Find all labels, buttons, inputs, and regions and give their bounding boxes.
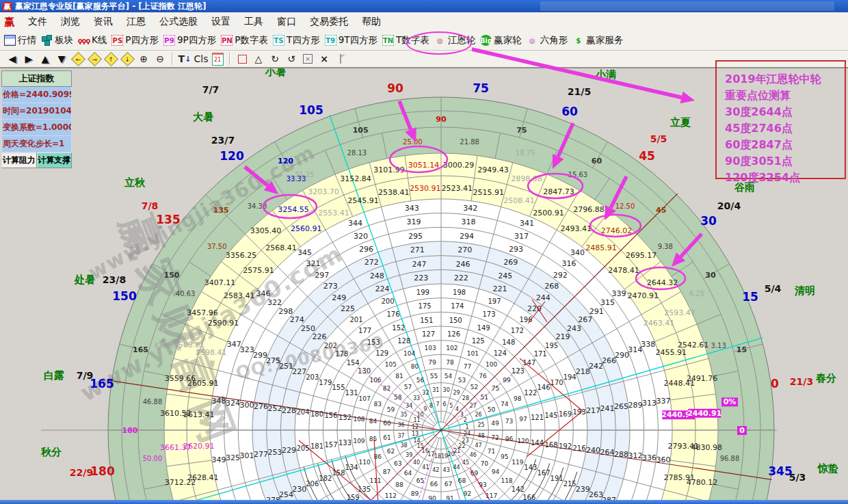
nav-valley-icon[interactable]: ▼ [53, 52, 70, 66]
toolbar-button-9p-square[interactable]: P99P四方形 [163, 34, 216, 47]
svg-text:大暑: 大暑 [193, 111, 213, 123]
svg-text:69: 69 [471, 470, 479, 477]
menu-item-公式选股[interactable]: 公式选股 [153, 14, 204, 30]
toolbar-button-t-square[interactable]: TST四方形 [273, 34, 320, 47]
calc-support-button[interactable]: 计算支撑 [37, 152, 72, 168]
svg-text:165: 165 [90, 377, 114, 390]
svg-text:240: 240 [586, 446, 600, 455]
svg-text:153: 153 [367, 339, 380, 346]
pin-icon[interactable] [332, 52, 349, 66]
toolbar-button-quotes[interactable]: 行情 [4, 34, 36, 47]
svg-text:347: 347 [227, 340, 241, 349]
panel-row-0: 价格=2440.9099 [1, 87, 72, 103]
cross-arrows-icon[interactable]: × [316, 52, 332, 66]
menu-item-浏览[interactable]: 浏览 [54, 14, 87, 30]
toolbar-button-t-table[interactable]: TNT数字表 [382, 34, 429, 47]
svg-text:195: 195 [545, 342, 558, 349]
svg-text:3203.70: 3203.70 [308, 187, 339, 196]
t-range-icon[interactable]: T↓ [176, 52, 193, 66]
calc-resistance-button[interactable]: 计算阻力 [1, 152, 37, 168]
svg-text:276: 276 [254, 402, 268, 411]
menu-item-江恩[interactable]: 江恩 [120, 14, 153, 30]
svg-text:89: 89 [411, 490, 419, 497]
svg-text:122: 122 [524, 389, 537, 397]
menu-item-工具[interactable]: 工具 [237, 14, 270, 30]
svg-text:105: 105 [385, 361, 397, 368]
svg-text:18: 18 [434, 453, 441, 460]
toolbar-button-sectors[interactable]: 板块 [41, 34, 73, 47]
svg-text:119: 119 [512, 459, 523, 466]
diamond-right-icon[interactable]: → [86, 52, 103, 66]
svg-text:81: 81 [395, 373, 403, 380]
svg-text:72: 72 [491, 434, 499, 441]
nav-back-icon[interactable]: ◀ [4, 52, 21, 66]
rect-tool-icon[interactable] [234, 52, 250, 66]
svg-text:3305.40: 3305.40 [250, 226, 282, 235]
zoom-in-icon[interactable]: ⊕ [135, 52, 152, 66]
separator [229, 53, 230, 65]
cls-icon[interactable]: Cls [193, 52, 209, 66]
menu-item-设置[interactable]: 设置 [204, 14, 237, 30]
toolbar-button-9t-square[interactable]: T99T四方形 [325, 34, 377, 47]
toolbar-button-kline[interactable]: ϙϙϙK线 [78, 34, 107, 47]
toolbar-button-hexagon[interactable]: ◎六角形 [527, 34, 568, 47]
svg-text:128: 128 [397, 337, 410, 345]
svg-text:323: 323 [240, 345, 254, 354]
diamond-down-icon[interactable]: ↓ [119, 52, 135, 66]
toolbar-button-service[interactable]: $赢家服务 [572, 34, 623, 47]
svg-text:3661.37: 3661.37 [160, 443, 191, 452]
nav-peak-icon[interactable]: ▲ [37, 52, 53, 66]
rotate-ccw-icon[interactable]: ↺ [283, 52, 300, 66]
svg-text:小暑: 小暑 [265, 68, 286, 78]
svg-text:300: 300 [240, 401, 254, 410]
svg-text:35: 35 [400, 412, 407, 418]
svg-text:135: 135 [213, 206, 229, 215]
svg-text:313: 313 [642, 399, 657, 408]
svg-text:2515.91: 2515.91 [473, 188, 505, 197]
menu-item-文件[interactable]: 文件 [21, 14, 54, 30]
svg-text:43: 43 [443, 467, 450, 473]
svg-text:2560.91: 2560.91 [291, 224, 322, 233]
toolbar-label-kline: K线 [92, 34, 107, 47]
boxed-x-icon[interactable]: × [300, 52, 316, 66]
svg-text:76: 76 [479, 373, 487, 380]
menu-item-窗口[interactable]: 窗口 [270, 14, 303, 30]
svg-text:3.13: 3.13 [711, 342, 726, 349]
svg-text:205: 205 [296, 445, 309, 452]
svg-text:135: 135 [156, 213, 181, 226]
svg-text:130: 130 [358, 367, 371, 375]
toolbar-button-winner-wheel[interactable]: Big赢家轮 [480, 34, 522, 47]
menu-item-资讯[interactable]: 资讯 [87, 14, 120, 30]
toolbar-button-p-square[interactable]: PSP四方形 [111, 34, 159, 47]
diamond-left-icon[interactable]: ← [70, 52, 86, 66]
diamond-up-icon[interactable]: ↑ [103, 52, 119, 66]
toolbar-button-gann-wheel[interactable]: ◎江恩轮 [434, 34, 476, 47]
svg-text:250: 250 [301, 324, 315, 333]
toolbar-button-p-table[interactable]: PNP数字表 [221, 34, 268, 47]
svg-text:202: 202 [324, 342, 337, 349]
svg-text:20/4: 20/4 [717, 200, 741, 211]
svg-text:秋分: 秋分 [40, 446, 62, 458]
svg-text:246: 246 [456, 260, 471, 269]
calendar-icon[interactable]: 21 [209, 52, 226, 66]
nav-forward-icon[interactable]: ▶ [21, 52, 37, 66]
svg-text:312: 312 [628, 451, 642, 460]
svg-text:171: 171 [534, 350, 547, 358]
menu-item-交易委托[interactable]: 交易委托 [303, 14, 355, 30]
svg-text:39: 39 [406, 452, 412, 458]
annotation-line-5: 90度3051点 [725, 153, 838, 170]
svg-text:182: 182 [319, 475, 332, 482]
svg-text:1: 1 [465, 424, 468, 430]
svg-text:60: 60 [561, 105, 578, 118]
menu-item-帮助[interactable]: 帮助 [355, 14, 388, 30]
svg-text:165: 165 [133, 345, 148, 354]
svg-text:169: 169 [559, 410, 572, 418]
triangle-tool-icon[interactable]: △ [250, 52, 267, 66]
svg-text:52: 52 [471, 384, 478, 390]
zoom-out-icon[interactable]: ⊖ [152, 52, 168, 66]
titlebar-ghost [540, 1, 834, 11]
svg-text:218: 218 [576, 367, 590, 376]
svg-text:150: 150 [449, 317, 462, 324]
toolbar-label-t-table: T数字表 [396, 34, 429, 47]
rotate-cw-icon[interactable]: ↻ [267, 52, 283, 66]
